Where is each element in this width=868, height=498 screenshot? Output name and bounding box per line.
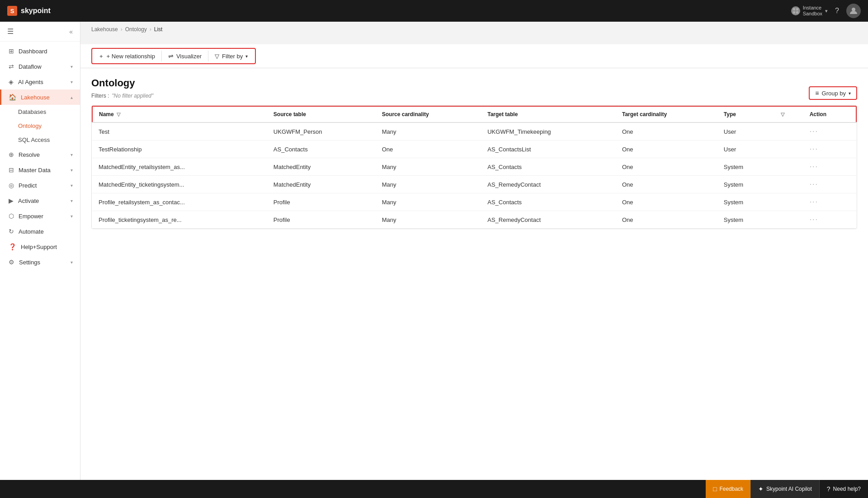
- sidebar-label-dataflow: Dataflow: [19, 63, 42, 70]
- sidebar-item-lakehouse[interactable]: 🏠 Lakehouse ▴: [0, 89, 80, 105]
- table-wrapper: ≡ Group by ▾ Name ▽: [91, 105, 857, 229]
- sidebar-item-empower[interactable]: ⬡ Empower ▾: [0, 208, 80, 224]
- sidebar-item-help-support[interactable]: ❓ Help+Support: [0, 239, 80, 254]
- instance-line2: Sandbox: [803, 11, 822, 17]
- help-icon[interactable]: ?: [835, 7, 839, 15]
- collapse-sidebar-icon[interactable]: «: [69, 28, 73, 35]
- col-header-source-cardinality: Source cardinality: [376, 106, 481, 122]
- cell-action-filter-0: [774, 122, 803, 141]
- table-row: TestRelationship AS_Contacts One AS_Cont…: [92, 141, 856, 158]
- col-name-filter-icon[interactable]: ▽: [117, 112, 120, 117]
- cell-target-table-4: AS_Contacts: [481, 193, 616, 211]
- table-row: MatchedEntity_retailsystem_as... Matched…: [92, 158, 856, 176]
- action-filter-icon[interactable]: ▽: [781, 112, 784, 117]
- cell-target-cardinality-3: One: [616, 176, 717, 193]
- cell-source-table-3: MatchedEntity: [267, 176, 376, 193]
- cell-name-1: TestRelationship: [92, 141, 267, 158]
- svg-point-4: [852, 8, 855, 11]
- cell-target-cardinality-0: One: [616, 122, 717, 141]
- need-help-button[interactable]: ? Need help?: [819, 480, 868, 498]
- cell-target-cardinality-1: One: [616, 141, 717, 158]
- topbar: S skypoint Instance Sandbox ▾ ?: [0, 0, 868, 22]
- toolbar-group: + + New relationship ⇌ Visualizer ▽ Filt…: [91, 48, 256, 64]
- action-dots-5[interactable]: ···: [810, 216, 818, 223]
- cell-source-table-4: Profile: [267, 193, 376, 211]
- sidebar-item-master-data[interactable]: ⊟ Master Data ▾: [0, 162, 80, 178]
- sidebar-item-dataflow[interactable]: ⇄ Dataflow ▾: [0, 59, 80, 74]
- filters-label: Filters :: [91, 93, 109, 99]
- breadcrumb-lakehouse[interactable]: Lakehouse: [91, 26, 118, 33]
- table-container: Name ▽ Source table Source cardinality T…: [91, 105, 857, 229]
- action-dots-2[interactable]: ···: [810, 163, 818, 170]
- svg-rect-0: [793, 8, 795, 10]
- sidebar-nav: ⊞ Dashboard ⇄ Dataflow ▾ ◈ AI Agents ▾: [0, 42, 80, 480]
- sidebar-label-automate: Automate: [19, 228, 44, 235]
- new-relationship-button[interactable]: + + New relationship: [96, 51, 159, 61]
- visualizer-button[interactable]: ⇌ Visualizer: [165, 51, 205, 61]
- sidebar-label-master-data: Master Data: [19, 167, 51, 174]
- table-row: Profile_retailsystem_as_contac... Profil…: [92, 193, 856, 211]
- cell-target-table-5: AS_RemedyContact: [481, 211, 616, 229]
- table-row: Profile_ticketingsystem_as_re... Profile…: [92, 211, 856, 229]
- master-data-chevron-icon: ▾: [71, 168, 73, 173]
- cell-source-table-5: Profile: [267, 211, 376, 229]
- sidebar-item-automate[interactable]: ↻ Automate: [0, 224, 80, 239]
- cell-action-filter-4: [774, 193, 803, 211]
- action-dots-3[interactable]: ···: [810, 180, 818, 188]
- sidebar-item-activate[interactable]: ▶ Activate ▾: [0, 193, 80, 208]
- svg-rect-1: [796, 8, 798, 10]
- sidebar-item-settings[interactable]: ⚙ Settings ▾: [0, 254, 80, 270]
- sidebar-item-resolve[interactable]: ⊕ Resolve ▾: [0, 147, 80, 162]
- settings-chevron-icon: ▾: [71, 260, 73, 265]
- sidebar-label-empower: Empower: [19, 213, 43, 220]
- action-dots-4[interactable]: ···: [810, 198, 818, 206]
- col-name-label: Name: [99, 111, 114, 117]
- cell-target-table-0: UKGWFM_Timekeeping: [481, 122, 616, 141]
- col-header-action: Action: [803, 106, 856, 122]
- hamburger-icon[interactable]: ☰: [7, 27, 14, 36]
- resolve-chevron-icon: ▾: [71, 152, 73, 157]
- cell-action-4: ···: [803, 193, 856, 211]
- sidebar-item-predict[interactable]: ◎ Predict ▾: [0, 178, 80, 193]
- cell-target-cardinality-4: One: [616, 193, 717, 211]
- sidebar-item-sql-access[interactable]: SQL Access: [0, 133, 80, 147]
- empower-chevron-icon: ▾: [71, 214, 73, 219]
- user-avatar[interactable]: [846, 4, 861, 18]
- sidebar-item-dashboard[interactable]: ⊞ Dashboard: [0, 43, 80, 59]
- content-area: Lakehouse › Ontology › List + + New rela…: [80, 22, 868, 480]
- sidebar-top: ☰ «: [0, 22, 80, 42]
- cell-source-cardinality-0: Many: [376, 122, 481, 141]
- need-help-label: Need help?: [833, 486, 861, 492]
- group-by-button[interactable]: ≡ Group by ▾: [809, 86, 857, 100]
- col-header-target-table: Target table: [481, 106, 616, 122]
- cell-action-3: ···: [803, 176, 856, 193]
- automate-icon: ↻: [9, 228, 14, 235]
- filter-by-button[interactable]: ▽ Filter by ▾: [211, 51, 251, 61]
- cell-action-filter-3: [774, 176, 803, 193]
- instance-sandbox-button[interactable]: Instance Sandbox ▾: [791, 5, 828, 17]
- breadcrumb-ontology[interactable]: Ontology: [125, 26, 147, 33]
- sidebar-label-ontology: Ontology: [18, 122, 42, 129]
- cell-source-cardinality-1: One: [376, 141, 481, 158]
- cell-action-5: ···: [803, 211, 856, 229]
- sidebar-item-databases[interactable]: Databases: [0, 105, 80, 119]
- settings-icon: ⚙: [9, 258, 14, 266]
- toolbar-divider-1: [161, 51, 162, 61]
- instance-line1: Instance: [803, 5, 822, 11]
- action-dots-0[interactable]: ···: [810, 127, 818, 135]
- feedback-button[interactable]: □ Feedback: [706, 480, 750, 498]
- table-header-row: Name ▽ Source table Source cardinality T…: [92, 106, 856, 122]
- cell-type-4: System: [717, 193, 774, 211]
- sidebar-label-databases: Databases: [18, 108, 46, 115]
- action-dots-1[interactable]: ···: [810, 145, 818, 153]
- resolve-icon: ⊕: [9, 151, 14, 158]
- sidebar-item-ai-agents[interactable]: ◈ AI Agents ▾: [0, 74, 80, 89]
- cell-target-table-2: AS_Contacts: [481, 158, 616, 176]
- empower-icon: ⬡: [9, 212, 14, 220]
- breadcrumb-sep-1: ›: [121, 26, 123, 33]
- sidebar-item-ontology[interactable]: Ontology: [0, 119, 80, 133]
- cell-action-filter-2: [774, 158, 803, 176]
- copilot-button[interactable]: ✦ Skypoint AI Copilot: [750, 480, 819, 498]
- col-header-type: Type: [717, 106, 774, 122]
- cell-name-0: Test: [92, 122, 267, 141]
